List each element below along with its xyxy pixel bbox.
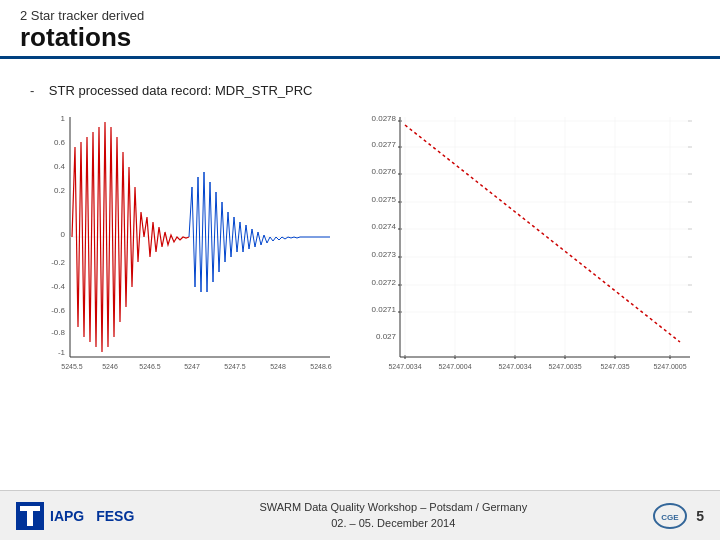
svg-text:0.6: 0.6: [54, 138, 66, 147]
page-number: 5: [696, 508, 704, 524]
svg-text:5247.0005: 5247.0005: [653, 363, 686, 370]
cge-logo-icon: CGE: [652, 502, 688, 530]
svg-text:0.0278: 0.0278: [372, 114, 397, 123]
chart-right: 0.0278 0.0277 0.0276 0.0275 0.0274 0.027…: [350, 107, 700, 387]
svg-text:5247.0034: 5247.0034: [388, 363, 421, 370]
svg-text:5246.5: 5246.5: [139, 363, 161, 370]
svg-text:0.0276: 0.0276: [372, 167, 397, 176]
svg-text:5248.6: 5248.6: [310, 363, 332, 370]
footer: IAPG FESG SWARM Data Quality Workshop – …: [0, 490, 720, 540]
tum-logo-icon: [16, 502, 44, 530]
svg-text:5245.5: 5245.5: [61, 363, 83, 370]
svg-text:-0.4: -0.4: [51, 282, 65, 291]
chart-left: 1 0.6 0.4 0.2 0 -0.2 -0.4 -0.6 -0.8 -1 5…: [30, 107, 340, 387]
svg-text:1: 1: [61, 114, 66, 123]
svg-text:5246: 5246: [102, 363, 118, 370]
svg-text:0.0274: 0.0274: [372, 222, 397, 231]
content-area: - STR processed data record: MDR_STR_PRC…: [0, 59, 720, 387]
iapg-label: IAPG: [50, 508, 84, 524]
svg-text:5247.0035: 5247.0035: [548, 363, 581, 370]
charts-row: 1 0.6 0.4 0.2 0 -0.2 -0.4 -0.6 -0.8 -1 5…: [30, 107, 690, 387]
svg-text:-1: -1: [58, 348, 66, 357]
page-title: rotations: [20, 23, 700, 52]
dash: -: [30, 83, 34, 98]
svg-text:5247.0004: 5247.0004: [438, 363, 471, 370]
svg-text:5247.5: 5247.5: [224, 363, 246, 370]
svg-text:0.4: 0.4: [54, 162, 66, 171]
svg-line-65: [405, 125, 680, 342]
svg-rect-76: [27, 506, 33, 526]
svg-text:0.0273: 0.0273: [372, 250, 397, 259]
footer-logos: IAPG FESG: [16, 502, 134, 530]
svg-text:5247: 5247: [184, 363, 200, 370]
svg-text:CGE: CGE: [662, 513, 680, 522]
svg-text:0.027: 0.027: [376, 332, 397, 341]
title-above: 2 Star tracker derived: [20, 8, 700, 23]
event-line2: 02. – 05. December 2014: [259, 516, 527, 531]
svg-text:0.2: 0.2: [54, 186, 66, 195]
svg-text:0.0272: 0.0272: [372, 278, 397, 287]
svg-text:5247.035: 5247.035: [600, 363, 629, 370]
subtitle-row: - STR processed data record: MDR_STR_PRC: [30, 81, 690, 99]
svg-text:5247.0034: 5247.0034: [498, 363, 531, 370]
svg-text:0.0277: 0.0277: [372, 140, 397, 149]
svg-text:0.0271: 0.0271: [372, 305, 397, 314]
chart-left-svg: 1 0.6 0.4 0.2 0 -0.2 -0.4 -0.6 -0.8 -1 5…: [30, 107, 340, 387]
fesg-label: FESG: [96, 508, 134, 524]
svg-text:-0.8: -0.8: [51, 328, 65, 337]
svg-text:-0.2: -0.2: [51, 258, 65, 267]
subtitle: STR processed data record: MDR_STR_PRC: [49, 83, 313, 98]
svg-text:0.0275: 0.0275: [372, 195, 397, 204]
svg-text:-0.6: -0.6: [51, 306, 65, 315]
svg-text:5248: 5248: [270, 363, 286, 370]
chart-right-svg: 0.0278 0.0277 0.0276 0.0275 0.0274 0.027…: [350, 107, 700, 387]
header: 2 Star tracker derived rotations: [0, 0, 720, 59]
svg-text:0: 0: [61, 230, 66, 239]
event-line1: SWARM Data Quality Workshop – Potsdam / …: [259, 500, 527, 515]
footer-right: CGE 5: [652, 502, 704, 530]
footer-event: SWARM Data Quality Workshop – Potsdam / …: [259, 500, 527, 531]
